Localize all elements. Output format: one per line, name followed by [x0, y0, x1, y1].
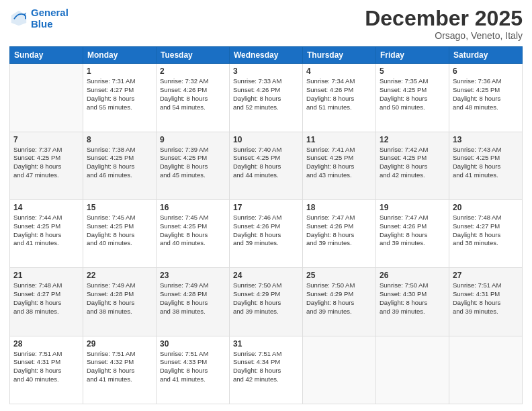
calendar-day-cell: 6Sunrise: 7:36 AM Sunset: 4:25 PM Daylig… — [449, 64, 523, 132]
calendar-day-cell: 16Sunrise: 7:45 AM Sunset: 4:25 PM Dayli… — [157, 199, 230, 267]
day-number: 28 — [13, 339, 79, 349]
day-info: Sunrise: 7:35 AM Sunset: 4:25 PM Dayligh… — [380, 77, 445, 111]
day-info: Sunrise: 7:51 AM Sunset: 4:34 PM Dayligh… — [233, 350, 299, 384]
day-info: Sunrise: 7:39 AM Sunset: 4:25 PM Dayligh… — [160, 146, 226, 180]
calendar-day-cell: 25Sunrise: 7:50 AM Sunset: 4:29 PM Dayli… — [303, 268, 376, 336]
calendar-week-row: 1Sunrise: 7:31 AM Sunset: 4:27 PM Daylig… — [10, 64, 523, 132]
day-number: 9 — [160, 135, 226, 144]
day-number: 14 — [13, 203, 79, 212]
day-info: Sunrise: 7:38 AM Sunset: 4:25 PM Dayligh… — [87, 146, 152, 180]
calendar-day-cell — [449, 336, 523, 404]
day-info: Sunrise: 7:49 AM Sunset: 4:28 PM Dayligh… — [160, 281, 226, 316]
weekday-header-row: SundayMondayTuesdayWednesdayThursdayFrid… — [10, 47, 523, 64]
day-info: Sunrise: 7:46 AM Sunset: 4:26 PM Dayligh… — [233, 214, 299, 248]
calendar-day-cell: 2Sunrise: 7:32 AM Sunset: 4:26 PM Daylig… — [157, 64, 230, 132]
day-info: Sunrise: 7:40 AM Sunset: 4:25 PM Dayligh… — [233, 146, 299, 180]
day-number: 18 — [306, 203, 372, 212]
calendar-day-cell — [10, 64, 83, 132]
weekday-header-cell: Tuesday — [157, 47, 230, 64]
calendar-day-cell: 29Sunrise: 7:51 AM Sunset: 4:32 PM Dayli… — [83, 336, 157, 404]
day-number: 1 — [87, 66, 152, 76]
weekday-header-cell: Monday — [83, 47, 157, 64]
day-info: Sunrise: 7:48 AM Sunset: 4:27 PM Dayligh… — [13, 281, 79, 316]
calendar-week-row: 7Sunrise: 7:37 AM Sunset: 4:25 PM Daylig… — [10, 132, 523, 199]
day-info: Sunrise: 7:51 AM Sunset: 4:31 PM Dayligh… — [453, 281, 519, 316]
day-number: 11 — [306, 135, 372, 144]
calendar-day-cell: 20Sunrise: 7:48 AM Sunset: 4:27 PM Dayli… — [449, 199, 523, 267]
calendar-day-cell: 23Sunrise: 7:49 AM Sunset: 4:28 PM Dayli… — [157, 268, 230, 336]
day-number: 15 — [87, 203, 152, 212]
day-number: 7 — [13, 135, 79, 144]
location: Orsago, Veneto, Italy — [365, 30, 523, 41]
svg-marker-0 — [11, 11, 26, 26]
calendar-day-cell: 1Sunrise: 7:31 AM Sunset: 4:27 PM Daylig… — [83, 64, 157, 132]
day-number: 22 — [87, 271, 152, 280]
day-number: 19 — [380, 203, 445, 212]
day-number: 27 — [453, 271, 519, 280]
day-number: 17 — [233, 203, 299, 212]
day-number: 16 — [160, 203, 226, 212]
calendar-day-cell: 31Sunrise: 7:51 AM Sunset: 4:34 PM Dayli… — [230, 336, 303, 404]
day-info: Sunrise: 7:33 AM Sunset: 4:26 PM Dayligh… — [233, 77, 299, 111]
day-number: 23 — [160, 271, 226, 280]
day-info: Sunrise: 7:50 AM Sunset: 4:29 PM Dayligh… — [306, 281, 372, 316]
calendar-day-cell: 13Sunrise: 7:43 AM Sunset: 4:25 PM Dayli… — [449, 132, 523, 199]
day-number: 21 — [13, 271, 79, 280]
calendar-day-cell: 4Sunrise: 7:34 AM Sunset: 4:26 PM Daylig… — [303, 64, 376, 132]
calendar-day-cell: 21Sunrise: 7:48 AM Sunset: 4:27 PM Dayli… — [10, 268, 83, 336]
day-info: Sunrise: 7:51 AM Sunset: 4:32 PM Dayligh… — [87, 350, 152, 384]
day-number: 24 — [233, 271, 299, 280]
day-info: Sunrise: 7:37 AM Sunset: 4:25 PM Dayligh… — [13, 146, 79, 180]
day-number: 8 — [87, 135, 152, 144]
day-info: Sunrise: 7:43 AM Sunset: 4:25 PM Dayligh… — [453, 146, 519, 180]
calendar-day-cell: 19Sunrise: 7:47 AM Sunset: 4:26 PM Dayli… — [376, 199, 449, 267]
day-info: Sunrise: 7:51 AM Sunset: 4:31 PM Dayligh… — [13, 350, 79, 384]
day-number: 20 — [453, 203, 519, 212]
calendar-day-cell: 24Sunrise: 7:50 AM Sunset: 4:29 PM Dayli… — [230, 268, 303, 336]
calendar-day-cell: 22Sunrise: 7:49 AM Sunset: 4:28 PM Dayli… — [83, 268, 157, 336]
calendar-day-cell: 26Sunrise: 7:50 AM Sunset: 4:30 PM Dayli… — [376, 268, 449, 336]
day-info: Sunrise: 7:36 AM Sunset: 4:25 PM Dayligh… — [453, 77, 519, 111]
logo-icon — [9, 9, 28, 28]
day-number: 10 — [233, 135, 299, 144]
header: General Blue December 2025 Orsago, Venet… — [9, 7, 523, 41]
day-number: 5 — [380, 66, 445, 76]
day-info: Sunrise: 7:50 AM Sunset: 4:29 PM Dayligh… — [233, 281, 299, 316]
day-info: Sunrise: 7:45 AM Sunset: 4:25 PM Dayligh… — [160, 214, 226, 248]
calendar-day-cell: 18Sunrise: 7:47 AM Sunset: 4:26 PM Dayli… — [303, 199, 376, 267]
logo-general: General — [31, 7, 69, 18]
day-number: 25 — [306, 271, 372, 280]
day-number: 30 — [160, 339, 226, 349]
day-info: Sunrise: 7:50 AM Sunset: 4:30 PM Dayligh… — [380, 281, 445, 316]
day-info: Sunrise: 7:42 AM Sunset: 4:25 PM Dayligh… — [380, 146, 445, 180]
calendar-day-cell: 28Sunrise: 7:51 AM Sunset: 4:31 PM Dayli… — [10, 336, 83, 404]
day-number: 6 — [453, 66, 519, 76]
weekday-header-cell: Wednesday — [230, 47, 303, 64]
calendar-day-cell: 30Sunrise: 7:51 AM Sunset: 4:33 PM Dayli… — [157, 336, 230, 404]
calendar-day-cell — [303, 336, 376, 404]
day-info: Sunrise: 7:48 AM Sunset: 4:27 PM Dayligh… — [453, 214, 519, 248]
calendar-day-cell: 12Sunrise: 7:42 AM Sunset: 4:25 PM Dayli… — [376, 132, 449, 199]
calendar-day-cell: 10Sunrise: 7:40 AM Sunset: 4:25 PM Dayli… — [230, 132, 303, 199]
calendar-day-cell: 8Sunrise: 7:38 AM Sunset: 4:25 PM Daylig… — [83, 132, 157, 199]
calendar-day-cell: 14Sunrise: 7:44 AM Sunset: 4:25 PM Dayli… — [10, 199, 83, 267]
calendar-day-cell: 7Sunrise: 7:37 AM Sunset: 4:25 PM Daylig… — [10, 132, 83, 199]
logo-text: General Blue — [31, 7, 69, 30]
day-info: Sunrise: 7:32 AM Sunset: 4:26 PM Dayligh… — [160, 77, 226, 111]
calendar-day-cell: 11Sunrise: 7:41 AM Sunset: 4:25 PM Dayli… — [303, 132, 376, 199]
day-number: 26 — [380, 271, 445, 280]
day-info: Sunrise: 7:47 AM Sunset: 4:26 PM Dayligh… — [306, 214, 372, 248]
day-info: Sunrise: 7:34 AM Sunset: 4:26 PM Dayligh… — [306, 77, 372, 111]
day-info: Sunrise: 7:44 AM Sunset: 4:25 PM Dayligh… — [13, 214, 79, 248]
day-info: Sunrise: 7:45 AM Sunset: 4:25 PM Dayligh… — [87, 214, 152, 248]
calendar-day-cell: 3Sunrise: 7:33 AM Sunset: 4:26 PM Daylig… — [230, 64, 303, 132]
weekday-header-cell: Thursday — [303, 47, 376, 64]
day-number: 13 — [453, 135, 519, 144]
day-number: 2 — [160, 66, 226, 76]
weekday-header-cell: Saturday — [449, 47, 523, 64]
calendar-week-row: 14Sunrise: 7:44 AM Sunset: 4:25 PM Dayli… — [10, 199, 523, 267]
calendar-day-cell: 5Sunrise: 7:35 AM Sunset: 4:25 PM Daylig… — [376, 64, 449, 132]
day-info: Sunrise: 7:51 AM Sunset: 4:33 PM Dayligh… — [160, 350, 226, 384]
day-info: Sunrise: 7:49 AM Sunset: 4:28 PM Dayligh… — [87, 281, 152, 316]
calendar-day-cell: 9Sunrise: 7:39 AM Sunset: 4:25 PM Daylig… — [157, 132, 230, 199]
